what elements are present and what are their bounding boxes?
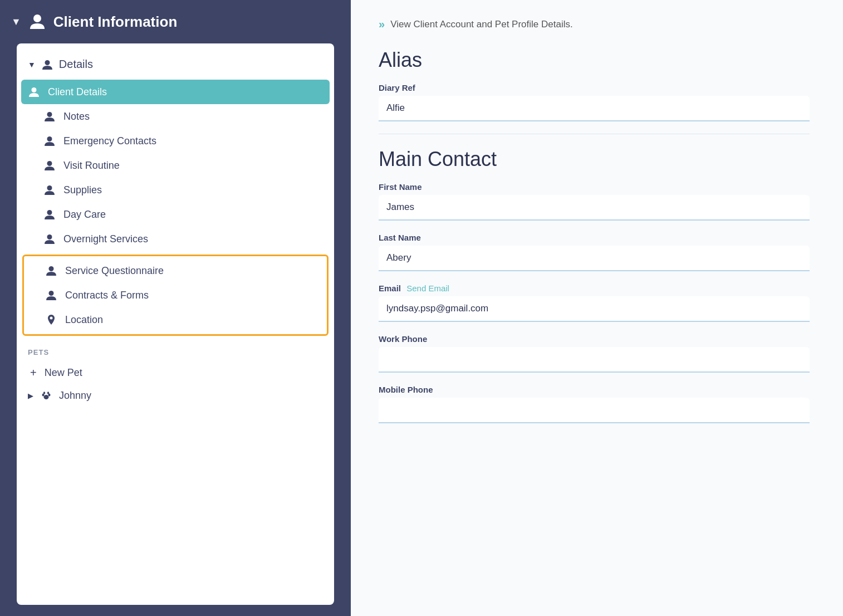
emergency-contacts-label: Emergency Contacts — [63, 135, 156, 147]
work-phone-input[interactable] — [379, 347, 810, 373]
send-email-link[interactable]: Send Email — [406, 283, 449, 293]
svg-point-4 — [47, 136, 52, 141]
new-pet-item[interactable]: + New Pet — [28, 361, 323, 385]
diary-ref-input[interactable] — [379, 96, 810, 121]
client-details-label: Client Details — [48, 86, 107, 98]
last-name-group: Last Name — [379, 233, 810, 271]
pets-section: PETS + New Pet ▶ Johnny — [17, 339, 334, 409]
svg-point-0 — [33, 14, 41, 22]
last-name-label: Last Name — [379, 233, 810, 242]
view-account-text: View Client Account and Pet Profile Deta… — [390, 19, 573, 30]
email-input[interactable] — [379, 296, 810, 322]
highlighted-group: Service Questionnaire Contracts & Forms — [22, 255, 329, 336]
work-phone-group: Work Phone — [379, 334, 810, 373]
sidebar-item-notes[interactable]: Notes — [17, 104, 334, 129]
notes-icon — [43, 110, 56, 123]
details-header[interactable]: ▼ Details — [17, 52, 334, 80]
email-label: Email Send Email — [379, 283, 810, 293]
sidebar-item-service-questionnaire[interactable]: Service Questionnaire — [24, 258, 327, 283]
emergency-contacts-icon — [43, 135, 56, 147]
sidebar-item-visit-routine[interactable]: Visit Routine — [17, 153, 334, 178]
johnny-item[interactable]: ▶ Johnny — [28, 385, 323, 406]
visit-routine-icon — [43, 159, 56, 172]
service-questionnaire-icon — [45, 265, 57, 277]
diary-ref-group: Diary Ref — [379, 83, 810, 121]
sidebar-item-location[interactable]: Location — [24, 307, 327, 332]
sidebar-item-contracts-forms[interactable]: Contracts & Forms — [24, 283, 327, 307]
overnight-services-label: Overnight Services — [63, 233, 148, 245]
details-icon — [41, 58, 53, 71]
overnight-services-icon — [43, 233, 56, 245]
svg-point-10 — [49, 291, 54, 296]
sidebar-caret[interactable]: ▼ — [11, 16, 21, 28]
contracts-forms-label: Contracts & Forms — [65, 290, 149, 301]
svg-point-3 — [47, 112, 52, 117]
svg-point-5 — [47, 161, 52, 166]
alias-section: Alias Diary Ref — [379, 48, 810, 121]
diary-ref-label: Diary Ref — [379, 83, 810, 92]
svg-point-7 — [47, 210, 52, 215]
day-care-label: Day Care — [63, 209, 106, 221]
main-contact-section: Main Contact First Name Last Name Email … — [379, 148, 810, 423]
sidebar-item-client-details[interactable]: Client Details — [21, 80, 330, 104]
email-group: Email Send Email — [379, 283, 810, 322]
svg-point-1 — [45, 60, 50, 65]
sidebar-item-emergency-contacts[interactable]: Emergency Contacts — [17, 129, 334, 153]
mobile-phone-label: Mobile Phone — [379, 385, 810, 394]
details-caret[interactable]: ▼ — [28, 60, 36, 69]
svg-point-15 — [43, 392, 45, 394]
service-questionnaire-label: Service Questionnaire — [65, 265, 164, 277]
johnny-caret[interactable]: ▶ — [28, 392, 33, 400]
day-care-icon — [43, 208, 56, 221]
first-name-group: First Name — [379, 182, 810, 221]
sidebar-item-overnight-services[interactable]: Overnight Services — [17, 227, 334, 251]
sidebar-item-day-care[interactable]: Day Care — [17, 202, 334, 227]
svg-point-12 — [44, 395, 49, 399]
main-contact-title: Main Contact — [379, 148, 810, 171]
location-icon — [45, 314, 57, 326]
svg-point-2 — [32, 87, 37, 92]
notes-label: Notes — [63, 111, 90, 123]
svg-point-11 — [50, 317, 53, 320]
svg-point-16 — [47, 392, 49, 394]
details-label: Details — [59, 58, 93, 71]
last-name-input[interactable] — [379, 246, 810, 271]
mobile-phone-group: Mobile Phone — [379, 385, 810, 423]
supplies-icon — [43, 184, 56, 196]
pets-label: PETS — [28, 348, 323, 356]
sidebar-header-icon — [28, 12, 47, 31]
visit-routine-label: Visit Routine — [63, 160, 120, 172]
client-details-icon — [28, 86, 40, 98]
work-phone-label: Work Phone — [379, 334, 810, 344]
johnny-label: Johnny — [59, 390, 91, 402]
first-name-label: First Name — [379, 182, 810, 192]
svg-point-8 — [47, 234, 52, 239]
view-account-bar: » View Client Account and Pet Profile De… — [379, 18, 810, 31]
sidebar: ▼ Client Information ▼ Details Clie — [0, 0, 351, 616]
svg-point-6 — [47, 185, 52, 190]
first-name-input[interactable] — [379, 195, 810, 221]
section-divider — [379, 134, 810, 134]
svg-point-9 — [49, 266, 54, 271]
paw-icon — [40, 389, 52, 402]
sidebar-item-supplies[interactable]: Supplies — [17, 178, 334, 202]
supplies-label: Supplies — [63, 184, 102, 196]
mobile-phone-input[interactable] — [379, 398, 810, 423]
chevrons-icon: » — [379, 18, 385, 31]
sidebar-header: ▼ Client Information — [0, 0, 351, 43]
alias-title: Alias — [379, 48, 810, 72]
contracts-forms-icon — [45, 289, 57, 301]
location-label: Location — [65, 314, 103, 326]
new-pet-label: New Pet — [45, 367, 82, 379]
plus-icon: + — [30, 366, 37, 379]
main-content: » View Client Account and Pet Profile De… — [351, 0, 843, 616]
sidebar-content: ▼ Details Client Details — [17, 43, 334, 605]
sidebar-title: Client Information — [53, 13, 177, 31]
